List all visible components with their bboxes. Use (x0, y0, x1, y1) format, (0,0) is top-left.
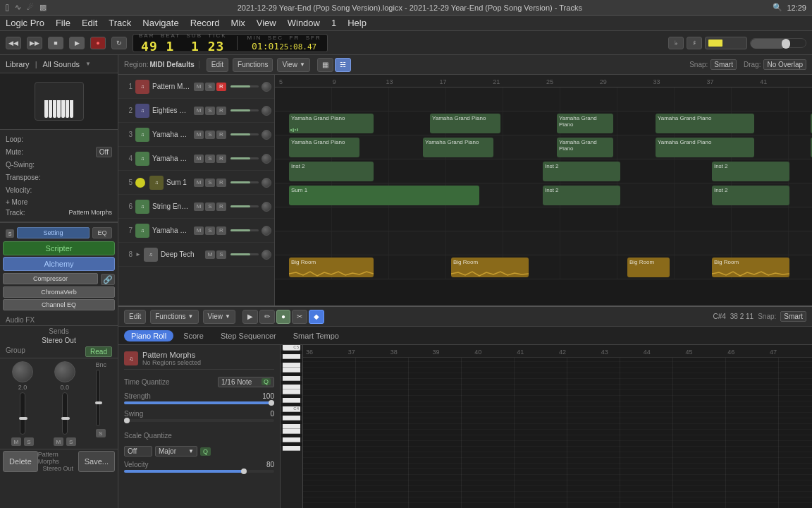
snap-dropdown[interactable]: Smart (710, 59, 737, 70)
region-5-1[interactable]: Sum 1 (289, 186, 479, 205)
quantize-q-button[interactable]: Q (262, 378, 271, 385)
track-6-header[interactable]: 6 ♫ String Ensemble M S R (118, 195, 274, 219)
track-6-rec[interactable]: R (216, 202, 226, 211)
track-3-rec[interactable]: R (216, 131, 226, 139)
pr-view-button[interactable]: View ▼ (203, 310, 235, 324)
menu-help[interactable]: Help (347, 18, 367, 28)
bnc-fader[interactable] (96, 370, 100, 426)
track-4-header[interactable]: 4 ♫ Yamaha Grand Piano M S R (118, 147, 274, 171)
library-button[interactable]: Library (6, 60, 30, 68)
track-5-mute[interactable]: M (194, 179, 204, 187)
transport-time[interactable]: 01:0125:08.47 (252, 41, 316, 52)
track-5-pan[interactable] (262, 178, 271, 188)
track-3-header[interactable]: 3 ♫ Yamaha Grand Piano M S R (118, 123, 274, 147)
pr-functions-button[interactable]: Functions ▼ (150, 310, 198, 324)
scale-major-input[interactable]: Major ▼ (155, 446, 197, 456)
lane-2[interactable]: Yamaha Grand Piano Yamaha Grand Piano (275, 111, 812, 135)
track-5-vol[interactable] (230, 181, 259, 183)
lane-8[interactable]: Big Room Big Room (275, 255, 812, 279)
bnc-button[interactable]: S (96, 429, 106, 437)
alchemy-button[interactable]: Alchemy (3, 257, 115, 271)
track-4-vol[interactable] (230, 157, 259, 159)
track-1-header[interactable]: 1 ♫ Pattern Morphs M S R (118, 75, 274, 99)
pr-tool-3[interactable]: ● (276, 310, 290, 324)
lane-1[interactable] (275, 87, 812, 111)
region-4-3[interactable]: Inst 2 (712, 162, 789, 181)
apple-logo[interactable]:  (6, 2, 9, 13)
menu-1[interactable]: 1 (331, 18, 336, 28)
rewind-button[interactable]: ◀◀ (6, 37, 21, 49)
volume-fader[interactable] (20, 392, 25, 435)
more-button[interactable]: + More (6, 198, 27, 206)
menu-navigate[interactable]: Navigate (142, 18, 178, 28)
region-3-4[interactable]: Yamaha Grand Piano (656, 138, 754, 157)
pan-knob[interactable] (54, 361, 75, 382)
track-7-pan[interactable] (262, 226, 271, 236)
save-button[interactable]: Save... (78, 451, 115, 472)
stop-button[interactable]: ■ (48, 37, 63, 49)
track-2-vol[interactable] (230, 109, 259, 111)
functions-button[interactable]: Functions (233, 58, 273, 72)
drag-dropdown[interactable]: No Overlap (763, 59, 806, 70)
pr-snap-dropdown[interactable]: Smart (780, 311, 806, 322)
volume-knob[interactable] (12, 361, 33, 382)
track-8-header[interactable]: 8 ► ♫ Deep Tech M S (118, 243, 274, 267)
cycle-button[interactable]: ↻ (111, 37, 127, 49)
region-5-3[interactable]: Inst 2 (712, 186, 789, 205)
menu-window[interactable]: Window (288, 18, 320, 28)
track-1-rec[interactable]: R (216, 83, 226, 91)
menu-view[interactable]: View (257, 18, 276, 28)
track-6-pan[interactable] (262, 202, 271, 212)
menu-record[interactable]: Record (190, 18, 220, 28)
time-quantize-input[interactable]: 1/16 Note Q (218, 377, 274, 387)
tab-step-sequencer[interactable]: Step Sequencer (214, 330, 283, 341)
sounds-dropdown-icon[interactable]: ▼ (85, 61, 91, 67)
pr-tool-1[interactable]: ▶ (242, 310, 258, 324)
swing-slider[interactable] (124, 419, 274, 422)
chromaverb-button[interactable]: ChromaVerb (3, 286, 115, 298)
pr-edit-button[interactable]: Edit (124, 310, 146, 324)
lane-7[interactable] (275, 231, 812, 255)
pan-fader[interactable] (62, 392, 68, 435)
lane-6[interactable] (275, 207, 812, 231)
track-4-pan[interactable] (262, 154, 271, 164)
track-2-rec[interactable]: R (216, 107, 226, 115)
track-2-header[interactable]: 2 ♫ Eighties Electric M S R (118, 99, 274, 123)
track-2-mute[interactable]: M (194, 107, 204, 115)
play-button[interactable]: ▶ (69, 37, 85, 49)
track-8-pan[interactable] (262, 250, 271, 260)
grid-view-button[interactable]: ▦ (317, 58, 333, 72)
region-4-1[interactable]: Inst 2 (289, 162, 374, 181)
track-3-mute[interactable]: M (194, 131, 204, 139)
lane-5[interactable]: Sum 1 Inst 2 Inst 2 Inst 2 (275, 183, 812, 207)
track-5-solo[interactable]: S (205, 179, 215, 187)
track-5-rec[interactable]: R (216, 179, 226, 187)
tab-score[interactable]: Score (176, 330, 211, 341)
tab-smart-tempo[interactable]: Smart Tempo (286, 330, 346, 341)
region-8-3[interactable]: Big Room (627, 258, 670, 277)
region-8-2[interactable]: Big Room (451, 258, 529, 277)
pr-tool-5[interactable]: ◆ (309, 310, 324, 324)
menu-logicpro[interactable]: Logic Pro (6, 18, 44, 28)
track-7-mute[interactable]: M (194, 226, 204, 235)
channeleq-button[interactable]: Channel EQ (3, 299, 115, 310)
read-button[interactable]: Read (85, 346, 112, 357)
list-view-button[interactable]: ☵ (335, 58, 351, 72)
delete-button[interactable]: Delete (3, 451, 38, 472)
track-1-pan[interactable] (262, 82, 271, 92)
lane-3[interactable]: Yamaha Grand Piano Yamaha Grand Piano Ya… (275, 135, 812, 159)
lane-4[interactable]: Inst 2 Inst 2 Inst 2 Inst 2 (275, 159, 812, 183)
edit-button[interactable]: Edit (207, 58, 228, 72)
track-6-solo[interactable]: S (205, 202, 215, 211)
track-7-rec[interactable]: R (216, 226, 226, 235)
tab-piano-roll[interactable]: Piano Roll (124, 330, 173, 341)
track-8-vol[interactable] (230, 253, 259, 255)
scale-q-button[interactable]: Q (200, 447, 211, 456)
mute-dropdown[interactable]: Off (96, 147, 112, 157)
solo-button-2[interactable]: S (66, 437, 76, 446)
track-2-solo[interactable]: S (205, 107, 215, 115)
mute-button-2[interactable]: M (54, 437, 63, 446)
count-in-button[interactable]: ♯ (687, 37, 702, 49)
link-icon[interactable]: 🔗 (101, 274, 115, 285)
metronome-button[interactable]: ♭ (668, 37, 684, 49)
